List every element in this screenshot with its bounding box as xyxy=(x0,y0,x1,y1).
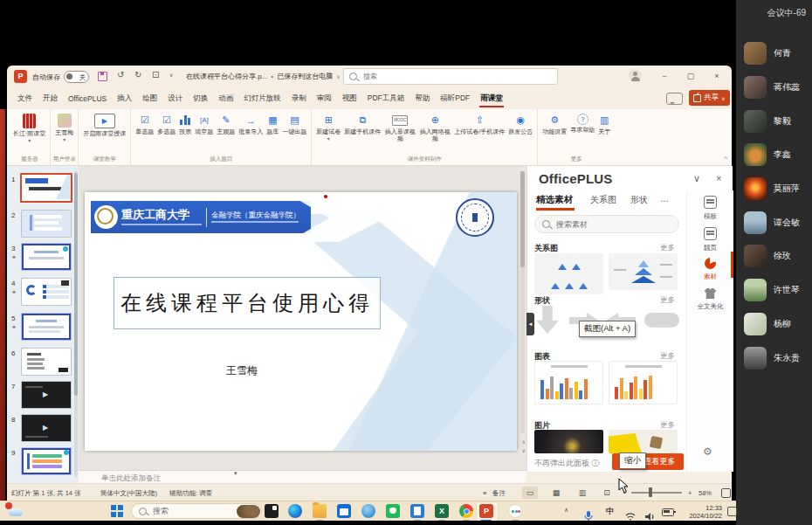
powerpoint-taskbar-active[interactable]: P xyxy=(476,501,499,522)
document-title-area[interactable]: 在线课程平台心得分享.p... • 已保存到这台电脑 ∨ xyxy=(186,72,341,81)
ribbon-search-box[interactable] xyxy=(343,68,558,85)
subjective-question-button[interactable]: ✎ 主观题 xyxy=(216,112,236,137)
tab-slideshow[interactable]: 幻灯片放映 xyxy=(238,89,286,108)
start-class-button[interactable]: ▶ 开启雨课堂授课 xyxy=(82,112,127,139)
tab-file[interactable]: 文件 xyxy=(12,89,38,108)
vote-button[interactable]: 投票 xyxy=(178,112,192,137)
slide-thumbnail-4[interactable] xyxy=(21,278,72,306)
zoom-in-button[interactable]: + xyxy=(688,489,692,497)
search-input[interactable] xyxy=(361,72,470,81)
tab-record[interactable]: 录制 xyxy=(286,89,312,108)
material-search-box[interactable] xyxy=(534,215,679,233)
upload-exam-button[interactable]: ⇧ 上传试卷/手机课件 xyxy=(453,112,506,137)
quick-access-more-icon[interactable]: ∨ xyxy=(169,70,173,80)
participant-row[interactable]: 何青 xyxy=(736,37,812,71)
rail-item-templates[interactable]: 模板 xyxy=(687,196,733,221)
participant-row[interactable]: 蒋伟蕊 xyxy=(736,71,812,105)
material-search-input[interactable] xyxy=(554,219,654,230)
participant-row[interactable]: 谭会敏 xyxy=(736,205,812,239)
university-banner[interactable]: 重庆工商大学 金融学院（重庆金融学院） xyxy=(91,201,311,233)
chat-app-icon[interactable] xyxy=(508,504,522,518)
maximize-button[interactable]: ▢ xyxy=(681,67,700,85)
relations-more-link[interactable]: 更多 xyxy=(660,243,675,253)
chrome-icon[interactable] xyxy=(459,504,473,518)
undo-icon[interactable]: ↺ xyxy=(117,70,124,80)
start-button[interactable] xyxy=(111,505,123,517)
tab-officeplus[interactable]: OfficePLUS xyxy=(63,90,112,107)
relation-card-orgchart[interactable] xyxy=(534,253,603,294)
slide-thumbnail-3[interactable] xyxy=(21,243,72,271)
docs-app-icon[interactable] xyxy=(410,504,424,518)
tab-foxit-pdf[interactable]: 福昕PDF xyxy=(435,89,475,108)
image-card-2[interactable] xyxy=(609,430,678,453)
new-mobile-courseware-button[interactable]: ⧉ 新建手机课件 xyxy=(343,112,382,137)
tab-draw[interactable]: 绘图 xyxy=(137,89,162,108)
one-key-question-button[interactable]: ▤ 一键出题 xyxy=(281,112,307,137)
reading-view-button[interactable]: ▥ xyxy=(575,487,590,499)
fill-blank-button[interactable]: [A] 填空题 xyxy=(194,112,214,137)
thumbnail-scrollbar[interactable] xyxy=(74,171,78,477)
pane-collapse-handle[interactable]: ◂ xyxy=(526,313,534,335)
chart-card-2[interactable] xyxy=(609,361,678,404)
notes-toggle[interactable]: 备注 xyxy=(492,489,506,498)
app-icon-dark[interactable] xyxy=(265,504,279,518)
rounded-shape[interactable] xyxy=(644,313,679,328)
single-choice-button[interactable]: ☑ 单选题 xyxy=(134,112,155,137)
rain-classroom-server-button[interactable]: 长江·雨课堂 ▾ xyxy=(12,112,46,144)
tab-animations[interactable]: 动画 xyxy=(213,89,238,108)
tab-review[interactable]: 审阅 xyxy=(312,89,337,108)
zoom-level[interactable]: 58% xyxy=(698,489,712,497)
slide-thumbnail-8[interactable]: ▶ xyxy=(21,414,72,442)
fit-to-window-icon[interactable] xyxy=(721,488,731,498)
file-explorer-icon[interactable] xyxy=(313,504,327,518)
slide-thumbnail-6[interactable] xyxy=(21,348,72,376)
slide-author[interactable]: 王雪梅 xyxy=(189,363,294,378)
pane-close-icon[interactable]: × xyxy=(716,173,721,183)
slide-sorter-view-button[interactable]: ▦ xyxy=(548,487,564,499)
next-slide-icon[interactable]: ∨ xyxy=(522,447,526,453)
tab-help[interactable]: 帮助 xyxy=(409,89,435,108)
slide-editor[interactable]: 重庆工商大学 金融学院（重庆金融学院） 在线课程平台使用心得 王雪梅 xyxy=(85,192,517,451)
participant-row[interactable]: 杨柳 xyxy=(736,307,812,342)
excel-icon[interactable]: X xyxy=(435,504,449,518)
tab-view[interactable]: 视图 xyxy=(337,89,362,108)
participant-row[interactable]: 徐玫 xyxy=(736,239,812,273)
slide-thumbnail-1[interactable] xyxy=(20,173,72,203)
zoom-slider-track[interactable] xyxy=(631,492,682,494)
account-avatar[interactable] xyxy=(629,69,642,82)
autosave-toggle[interactable]: 关 xyxy=(64,71,89,83)
about-button[interactable]: ▥ 关于 xyxy=(597,112,611,137)
settings-button[interactable]: ⚙ 功能设置 xyxy=(541,112,568,137)
help-button[interactable]: ? 寻求帮助 xyxy=(569,112,595,135)
user-login-button[interactable]: 王雪梅 ▾ xyxy=(54,112,74,143)
shapes-more-link[interactable]: 更多 xyxy=(660,295,675,306)
chart-card-1[interactable] xyxy=(534,361,603,404)
broadcast-announcement-button[interactable]: ◉ 群发公告 xyxy=(507,112,533,137)
zoom-slider-knob[interactable] xyxy=(649,487,652,497)
notification-center-icon[interactable] xyxy=(727,507,737,516)
slide-thumbnail-7[interactable]: ▶ xyxy=(21,381,72,409)
tab-shapes[interactable]: 形状 xyxy=(630,194,648,206)
microsoft-store-icon[interactable] xyxy=(337,504,351,518)
notes-pane[interactable]: ▾ 单击此处添加备注 xyxy=(79,470,526,484)
pane-collapse-icon[interactable]: ∨ xyxy=(693,173,700,184)
tab-insert[interactable]: 插入 xyxy=(112,89,137,108)
new-exam-button[interactable]: ⊞ 新建试卷 ▾ xyxy=(315,112,341,142)
pc-manager-icon[interactable] xyxy=(361,504,375,518)
batch-import-button[interactable]: → 批量导入 xyxy=(237,112,264,137)
clock[interactable]: 12:33 2024/10/22 xyxy=(677,504,722,521)
redo-icon[interactable]: ↻ xyxy=(134,70,141,80)
tab-pdf-toolbox[interactable]: PDF工具箱 xyxy=(362,89,410,108)
share-button[interactable]: 共享 ∨ xyxy=(689,90,730,106)
minimize-button[interactable]: − xyxy=(655,67,674,85)
participant-row[interactable]: 黎毅 xyxy=(736,104,812,138)
dismiss-panel-link[interactable]: 不再弹出此面板 ⓘ xyxy=(534,458,600,469)
insert-mooc-video-button[interactable]: MOOC 插入慕课视频 xyxy=(383,112,416,145)
gear-icon[interactable]: ⚙ xyxy=(703,446,712,458)
notes-collapse-icon[interactable]: ▾ xyxy=(234,470,237,477)
edge-icon[interactable] xyxy=(288,504,302,518)
previous-slide-icon[interactable]: ∧ xyxy=(522,439,526,445)
multi-choice-button[interactable]: ☑ 多选题 xyxy=(156,112,176,137)
tab-design[interactable]: 设计 xyxy=(162,89,188,108)
save-icon[interactable] xyxy=(98,72,107,81)
